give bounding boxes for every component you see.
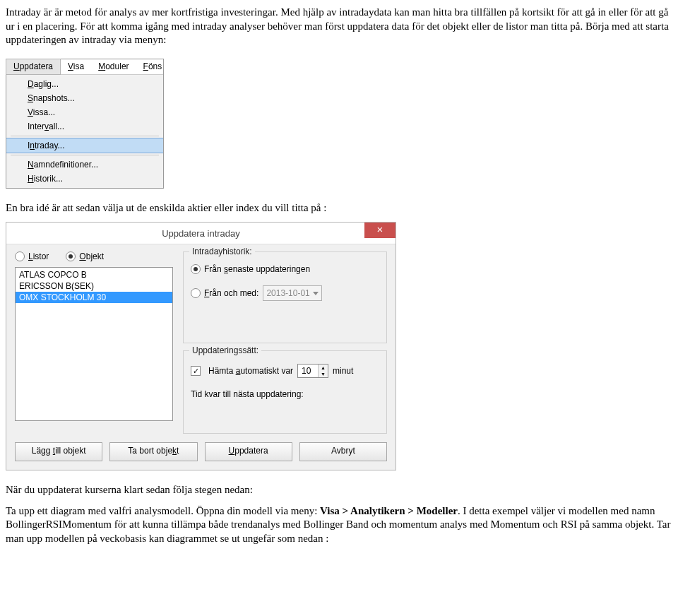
update-button[interactable]: Uppdatera	[205, 442, 292, 461]
date-field[interactable]: 2013-10-01	[263, 285, 321, 301]
menu-path-bold: Visa > Analytikern > Modeller	[320, 505, 458, 516]
dialog-titlebar: Uppdatera intraday ×	[6, 223, 396, 244]
dd-vissa[interactable]: Vissa...	[6, 105, 163, 119]
fieldset-legend: Intradayhistorik:	[189, 247, 255, 256]
date-value: 2013-10-01	[266, 288, 309, 298]
interval-stepper[interactable]: 10 ▲ ▼	[297, 364, 328, 378]
dd-intervall[interactable]: Intervall...	[6, 119, 163, 134]
chevron-down-icon	[313, 292, 319, 295]
menu-uppdatera[interactable]: Uppdatera	[6, 59, 61, 75]
radio-dot-icon	[66, 251, 76, 261]
radio-dot-icon	[191, 264, 201, 274]
fieldset-uppdateringssatt: Uppdateringssätt: Hämta automatiskt var …	[183, 350, 387, 434]
dialog-left-column: Listor Objekt ATLAS COPCO B ERICSSON B(S…	[15, 251, 173, 434]
list-item[interactable]: ATLAS COPCO B	[16, 269, 172, 280]
radio-fran-senaste[interactable]: Från senaste uppdateringen	[191, 264, 310, 274]
list-item[interactable]: ERICSSON B(SEK)	[16, 280, 172, 292]
radio-dot-icon	[15, 251, 25, 261]
menu-fons[interactable]: Föns	[136, 59, 170, 74]
radio-listor[interactable]: Listor	[15, 251, 49, 261]
dialog-uppdatera-intraday: Uppdatera intraday × Listor Objekt ATLAS…	[6, 222, 396, 470]
dd-separator-2	[11, 155, 159, 155]
chevron-down-icon[interactable]: ▼	[319, 371, 328, 377]
paragraph-2: En bra idé är att sedan välja ut de ensk…	[6, 201, 672, 215]
dd-daglig[interactable]: Daglig...	[6, 77, 163, 91]
chevron-up-icon[interactable]: ▲	[319, 365, 328, 371]
fieldset-intradayhistorik: Intradayhistorik: Från senaste uppdateri…	[183, 251, 387, 343]
menu-moduler[interactable]: Moduler	[91, 59, 136, 74]
menubar: Uppdatera Visa Moduler Föns	[6, 59, 163, 75]
checkbox-auto[interactable]	[191, 366, 201, 376]
paragraph-4: Ta upp ett diagram med valfri analysmode…	[6, 504, 672, 546]
dropdown-uppdatera: Daglig... Snapshots... Vissa... Interval…	[6, 75, 163, 188]
paragraph-3: När du uppdaterat kurserna klart sedan f…	[6, 483, 672, 497]
interval-value: 10	[298, 365, 318, 377]
minut-label: minut	[333, 366, 353, 376]
dd-separator-1	[11, 136, 159, 136]
cancel-button[interactable]: Avbryt	[299, 442, 387, 461]
dd-namndef[interactable]: Namndefinitioner...	[6, 158, 163, 172]
remove-object-button[interactable]: Ta bort objekt	[109, 442, 197, 461]
dd-intraday[interactable]: Intraday...	[6, 138, 163, 153]
object-listbox[interactable]: ATLAS COPCO B ERICSSON B(SEK) OMX STOCKH…	[15, 267, 173, 421]
radio-fran-och-med[interactable]: Från och med:	[191, 288, 258, 298]
radio-dot-icon	[191, 288, 201, 298]
intro-paragraph: Intraday är är metod för analys av mer k…	[6, 6, 672, 47]
menu-screenshot: Uppdatera Visa Moduler Föns Daglig... Sn…	[6, 59, 164, 189]
fieldset-legend: Uppdateringssätt:	[189, 345, 261, 355]
dd-historik[interactable]: Historik...	[6, 172, 163, 186]
dd-snapshots[interactable]: Snapshots...	[6, 91, 163, 105]
list-item[interactable]: OMX STOCKHOLM 30	[16, 292, 172, 303]
time-remaining-label: Tid kvar till nästa uppdatering:	[191, 389, 379, 399]
add-object-button[interactable]: Lägg till objekt	[15, 442, 102, 461]
checkbox-label: Hämta automatiskt var	[208, 366, 293, 376]
dialog-title: Uppdatera intraday	[162, 228, 240, 239]
menu-visa[interactable]: Visa	[61, 59, 91, 74]
close-icon[interactable]: ×	[364, 223, 396, 238]
radio-objekt[interactable]: Objekt	[66, 251, 104, 261]
